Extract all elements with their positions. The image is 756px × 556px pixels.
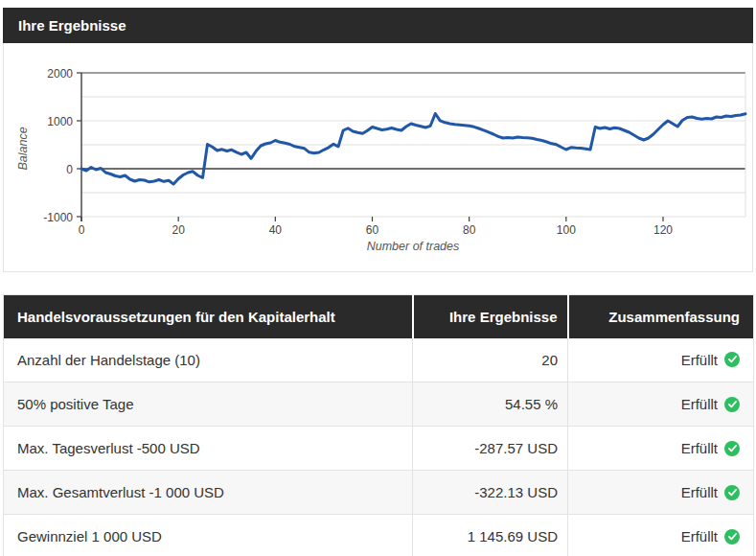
requirement-label: 50% positive Tage — [4, 382, 413, 427]
chart-axes — [77, 73, 745, 221]
status-text: Erfüllt — [681, 440, 718, 456]
results-panel: Ihre Ergebnisse 200010000-10000204060801… — [3, 8, 753, 272]
balance-series-line — [81, 114, 745, 185]
x-tick-label: 80 — [463, 223, 476, 237]
x-tick-label: 60 — [366, 223, 379, 237]
table-row: Gewinnziel 1 000 USD1 145.69 USDErfüllt — [4, 515, 754, 556]
requirements-table: Handelsvoraussetzungen für den Kapitaler… — [3, 294, 754, 556]
status-cell: Erfüllt — [568, 427, 754, 471]
status-text: Erfüllt — [681, 396, 718, 412]
table-row: Anzahl der Handelstage (10)20Erfüllt — [4, 338, 754, 382]
check-circle-icon — [724, 397, 740, 412]
chart-gridlines — [81, 97, 745, 217]
requirement-label: Max. Gesamtverlust -1 000 USD — [4, 471, 413, 515]
results-panel-title: Ihre Ergebnisse — [3, 8, 753, 43]
status-cell: Erfüllt — [568, 338, 754, 382]
x-tick-label: 0 — [79, 223, 85, 237]
y-axis-label: Balance — [16, 127, 30, 170]
x-tick-label: 120 — [653, 223, 673, 237]
status-text: Erfüllt — [681, 528, 718, 544]
check-circle-icon — [724, 529, 740, 544]
y-tick-label: -1000 — [43, 211, 73, 224]
y-tick-label: 0 — [66, 163, 73, 176]
requirement-label: Gewinnziel 1 000 USD — [4, 515, 413, 556]
y-tick-label: 1000 — [47, 115, 73, 128]
x-tick-label: 40 — [269, 223, 283, 237]
requirement-label: Max. Tagesverlust -500 USD — [4, 427, 413, 471]
x-tick-label: 100 — [557, 223, 576, 237]
status-text: Erfüllt — [681, 484, 718, 500]
requirement-label: Anzahl der Handelstage (10) — [4, 338, 413, 382]
table-row: Max. Tagesverlust -500 USD-287.57 USDErf… — [4, 427, 754, 471]
y-tick-label: 2000 — [47, 67, 73, 81]
balance-chart-container: 200010000-1000020406080100120 Balance Nu… — [3, 43, 753, 272]
result-value: -287.57 USD — [413, 427, 568, 471]
col-header-requirements: Handelsvoraussetzungen für den Kapitaler… — [4, 295, 413, 338]
check-circle-icon — [724, 441, 740, 456]
status-text: Erfüllt — [681, 352, 718, 368]
x-axis-label: Number of trades — [367, 240, 460, 253]
chart-tick-labels: 200010000-1000020406080100120 — [43, 67, 673, 238]
result-value: 54.55 % — [413, 382, 568, 427]
status-cell: Erfüllt — [568, 382, 754, 427]
result-value: -322.13 USD — [413, 471, 568, 515]
col-header-summary: Zusammenfassung — [568, 295, 754, 338]
check-circle-icon — [724, 485, 740, 500]
table-row: Max. Gesamtverlust -1 000 USD-322.13 USD… — [4, 471, 754, 515]
status-cell: Erfüllt — [568, 515, 754, 556]
col-header-results: Ihre Ergebnisse — [413, 295, 568, 338]
result-value: 1 145.69 USD — [413, 515, 568, 556]
table-row: 50% positive Tage54.55 %Erfüllt — [4, 382, 754, 427]
result-value: 20 — [413, 338, 568, 382]
status-cell: Erfüllt — [568, 471, 754, 515]
balance-line-chart: 200010000-1000020406080100120 Balance Nu… — [4, 43, 752, 270]
check-circle-icon — [724, 352, 740, 367]
requirements-panel: Handelsvoraussetzungen für den Kapitaler… — [3, 294, 753, 556]
table-header-row: Handelsvoraussetzungen für den Kapitaler… — [4, 295, 754, 338]
x-tick-label: 20 — [172, 223, 185, 237]
